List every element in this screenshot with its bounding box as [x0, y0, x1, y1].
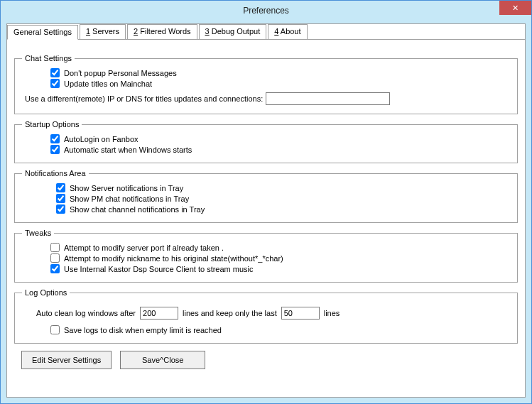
tweaks-group: Tweaks Attempt to modify server port if …: [14, 229, 518, 283]
tab-filtered-words[interactable]: 2 Filtered Words: [127, 24, 197, 39]
label-autostart: Automatic start when Windows starts: [64, 146, 192, 154]
checkbox-channel-notify[interactable]: [56, 204, 65, 214]
label-pm-notify: Show PM chat notifications in Tray: [70, 195, 189, 203]
label-save-logs: Save logs to disk when empty limit is re…: [64, 326, 222, 334]
tab-about[interactable]: 4 About: [268, 24, 307, 39]
button-row: Edit Server Settings Save^Close: [21, 351, 518, 369]
label-modify-port: Attempt to modify server port if already…: [64, 244, 224, 252]
label-no-popup-pm: Don't popup Personal Messages: [64, 69, 177, 77]
label-server-notify: Show Server notifications in Tray: [70, 184, 183, 192]
label-autoclean-post: lines: [324, 309, 340, 317]
save-close-button[interactable]: Save^Close: [120, 351, 205, 369]
checkbox-internal-dsp[interactable]: [50, 264, 60, 273]
input-lines-threshold[interactable]: [140, 307, 178, 320]
checkbox-no-popup-pm[interactable]: [50, 68, 60, 77]
client-area: General Settings 1 Servers 2 Filtered Wo…: [6, 23, 526, 398]
chat-settings-legend: Chat Settings: [22, 54, 75, 62]
checkbox-save-logs[interactable]: [50, 325, 60, 334]
close-icon: ✕: [512, 4, 519, 13]
checkbox-server-notify[interactable]: [56, 183, 65, 192]
chat-settings-group: Chat Settings Don't popup Personal Messa…: [14, 54, 518, 114]
notifications-group: Notifications Area Show Server notificat…: [14, 169, 518, 223]
label-autologin: AutoLogin on Fanbox: [64, 135, 139, 143]
checkbox-pm-notify[interactable]: [56, 194, 65, 203]
label-channel-notify: Show chat channel notifications in Tray: [70, 205, 205, 214]
checkbox-modify-nick[interactable]: [50, 253, 60, 263]
tab-content: Chat Settings Don't popup Personal Messa…: [7, 40, 525, 376]
label-update-titles: Update titles on Mainchat: [64, 80, 152, 88]
notifications-legend: Notifications Area: [22, 169, 89, 178]
startup-options-legend: Startup Options: [22, 120, 82, 129]
tweaks-legend: Tweaks: [22, 229, 54, 237]
tab-general-settings[interactable]: General Settings: [7, 25, 78, 40]
label-modify-nick: Attempt to modify nickname to his origin…: [64, 254, 283, 263]
label-autoclean-mid: lines and keep only the last: [183, 309, 277, 317]
checkbox-autostart[interactable]: [50, 145, 60, 154]
input-keep-lines[interactable]: [281, 307, 320, 320]
startup-options-group: Startup Options AutoLogin on Fanbox Auto…: [14, 120, 518, 163]
log-options-group: Log Options Auto clean log windows after…: [14, 288, 518, 344]
log-options-legend: Log Options: [22, 288, 70, 297]
preferences-window: Preferences ✕ General Settings 1 Servers…: [0, 0, 532, 404]
label-internal-dsp: Use Internal Kastor Dsp Source Client to…: [64, 265, 254, 273]
titlebar: Preferences ✕: [1, 1, 531, 21]
label-ipdns: Use a different(remote) IP or DNS for ti…: [25, 94, 263, 103]
tab-debug-output[interactable]: 3 Debug Output: [199, 24, 267, 39]
tab-servers[interactable]: 1 Servers: [80, 24, 126, 39]
checkbox-modify-port[interactable]: [50, 243, 60, 252]
checkbox-autologin[interactable]: [50, 134, 60, 143]
label-autoclean-pre: Auto clean log windows after: [36, 309, 136, 317]
checkbox-update-titles[interactable]: [50, 79, 60, 88]
input-ipdns[interactable]: [266, 92, 390, 105]
window-title: Preferences: [243, 6, 289, 16]
close-button[interactable]: ✕: [499, 1, 531, 15]
edit-server-settings-button[interactable]: Edit Server Settings: [21, 351, 112, 369]
tab-strip: General Settings 1 Servers 2 Filtered Wo…: [7, 24, 525, 40]
